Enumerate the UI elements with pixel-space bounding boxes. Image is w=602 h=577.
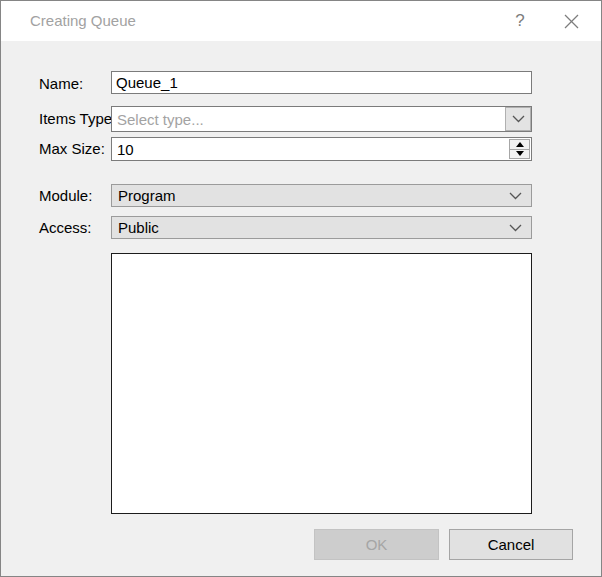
help-button[interactable]: ? [505, 6, 535, 36]
module-label: Module: [39, 187, 92, 204]
close-button[interactable] [556, 6, 586, 36]
queue-details-panel[interactable] [111, 253, 532, 514]
question-mark-icon: ? [515, 11, 524, 31]
name-label: Name: [39, 75, 83, 92]
max-size-input[interactable] [112, 138, 506, 160]
chevron-down-icon [509, 224, 522, 232]
ok-button[interactable]: OK [314, 529, 439, 560]
name-input[interactable] [111, 71, 532, 94]
chevron-down-icon [509, 192, 522, 200]
spin-buttons [509, 139, 530, 159]
titlebar: Creating Queue ? [1, 1, 601, 41]
max-size-label: Max Size: [39, 140, 105, 157]
items-type-label: Items Type: [39, 110, 116, 127]
items-type-combobox[interactable] [111, 106, 532, 132]
spin-up-icon [516, 142, 524, 147]
dialog-title: Creating Queue [30, 1, 136, 41]
items-type-input[interactable] [112, 107, 504, 131]
creating-queue-dialog: Creating Queue ? Name: Items Type: Max S… [0, 0, 602, 577]
access-label: Access: [39, 219, 92, 236]
module-select[interactable]: Program [111, 184, 532, 207]
chevron-down-icon [512, 115, 525, 123]
max-size-spinner[interactable] [111, 137, 532, 161]
spin-down-button[interactable] [509, 149, 530, 160]
close-icon [564, 14, 579, 29]
access-value: Public [118, 219, 159, 236]
access-select[interactable]: Public [111, 216, 532, 239]
items-type-dropdown-button[interactable] [505, 107, 531, 131]
module-value: Program [118, 187, 176, 204]
cancel-button[interactable]: Cancel [449, 529, 573, 560]
spin-down-icon [516, 151, 524, 156]
